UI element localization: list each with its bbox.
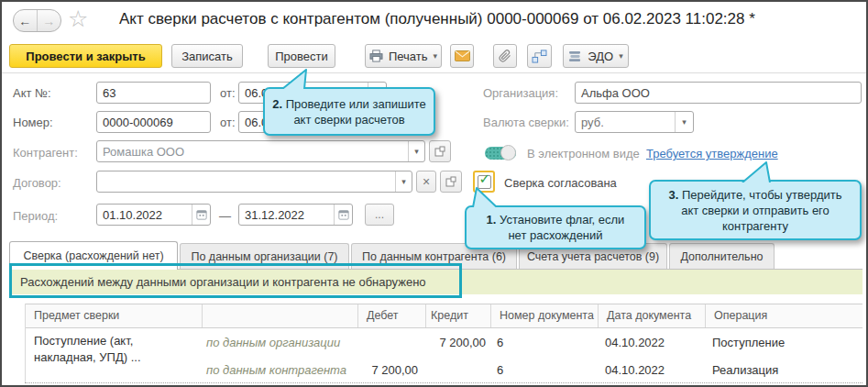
period-to-input[interactable]: 31.12.2022 xyxy=(238,204,353,226)
cell-side-org[interactable]: по данным организации xyxy=(206,336,340,349)
reconciliation-act-window: ← → ☆ Акт сверки расчетов с контрагентом… xyxy=(0,0,868,387)
act-number-input[interactable]: 63 xyxy=(96,82,211,104)
period-to-calendar-button[interactable] xyxy=(334,205,352,225)
cell-subject[interactable]: Поступление (акт, накладная, УПД) ... xyxy=(34,333,190,366)
number-from-label: от: xyxy=(220,116,236,129)
open-form-icon xyxy=(445,176,456,187)
send-email-button[interactable] xyxy=(450,44,474,68)
period-from-input[interactable]: 01.10.2022 xyxy=(96,204,211,226)
cell-side-cp[interactable]: по данным контрагента xyxy=(206,363,346,377)
act-number-value: 63 xyxy=(103,86,210,100)
cell-debit-cp[interactable]: 7 200,00 xyxy=(359,363,418,377)
callout-step-1: 1. Установите флаг, если нет расхождений xyxy=(465,205,646,249)
paperclip-icon xyxy=(499,50,511,62)
contract-input[interactable]: ▾ xyxy=(96,171,412,193)
edo-caret-icon: ▾ xyxy=(619,51,623,61)
print-button[interactable]: Печать ▾ xyxy=(365,44,442,68)
write-button[interactable]: Записать xyxy=(171,44,243,68)
favorite-star-icon[interactable]: ☆ xyxy=(68,6,88,32)
counterparty-input[interactable]: Ромашка ООО ▾ xyxy=(96,140,425,162)
callout-1-tail xyxy=(471,187,499,207)
row-separator xyxy=(25,382,863,383)
col-header-doc-date[interactable]: Дата документа xyxy=(607,309,691,322)
printer-icon xyxy=(369,50,383,62)
open-form-icon xyxy=(434,146,445,157)
page-title: Акт сверки расчетов с контрагентом (полу… xyxy=(119,10,755,28)
cell-credit-org[interactable]: 7 200,00 xyxy=(427,336,486,349)
tab-additional[interactable]: Дополнительно xyxy=(669,243,775,269)
cell-doc-date-org[interactable]: 04.10.2022 xyxy=(605,336,665,349)
back-arrow-icon: ← xyxy=(18,14,31,28)
callout-3-tail xyxy=(741,161,772,182)
period-to-value: 31.12.2022 xyxy=(245,208,334,222)
structure-icon xyxy=(532,50,547,63)
envelope-icon xyxy=(455,50,470,61)
tab-label: Счета учета расчетов (9) xyxy=(527,250,659,263)
print-caret-icon: ▾ xyxy=(434,51,438,61)
cell-doc-date-cp[interactable]: 04.10.2022 xyxy=(605,363,665,377)
tab-label: По данным организации (7) xyxy=(191,250,337,263)
period-from-value: 01.10.2022 xyxy=(103,208,192,222)
cell-doc-no-org[interactable]: 6 xyxy=(497,336,503,349)
cell-operation-org[interactable]: Поступление xyxy=(712,336,785,349)
ellipsis-icon: ... xyxy=(375,208,384,221)
forward-arrow-icon: → xyxy=(42,14,55,28)
contract-label: Договор: xyxy=(13,176,61,190)
contract-open-button[interactable] xyxy=(440,171,462,193)
electronic-label: В электронном виде xyxy=(527,147,640,160)
callout-number: 1. xyxy=(487,213,497,227)
counterparty-open-button[interactable] xyxy=(429,140,451,162)
write-label: Записать xyxy=(181,50,233,63)
calendar-icon xyxy=(196,209,207,220)
forward-button[interactable]: → xyxy=(38,10,61,31)
approval-required-link[interactable]: Требуется утверждение xyxy=(646,147,778,160)
currency-value: руб. xyxy=(581,116,675,129)
toolbar-separator xyxy=(2,72,866,73)
cell-operation-cp[interactable]: Реализация xyxy=(712,363,778,377)
organization-input[interactable]: Альфа ООО xyxy=(575,82,862,104)
column-divider xyxy=(357,304,358,327)
col-header-subject[interactable]: Предмет сверки xyxy=(34,309,119,322)
post-button[interactable]: Провести xyxy=(268,44,335,68)
back-button[interactable]: ← xyxy=(14,10,38,31)
attachments-button[interactable] xyxy=(493,44,517,68)
tab-label: Дополнительно xyxy=(681,250,764,263)
col-header-debit[interactable]: Дебет xyxy=(367,309,399,322)
edo-label: ЭДО xyxy=(588,50,613,63)
callout-text: Установите флаг, если нет расхождений xyxy=(496,213,624,242)
cell-doc-no-cp[interactable]: 6 xyxy=(497,363,503,377)
close-icon: × xyxy=(423,174,430,189)
number-value: 0000-000069 xyxy=(103,116,210,129)
table-left-border xyxy=(25,304,26,383)
highlight-annotation-box xyxy=(9,263,462,298)
period-label: Период: xyxy=(13,209,58,223)
col-header-credit[interactable]: Кредит xyxy=(431,309,468,322)
currency-select[interactable]: руб. ▾ xyxy=(575,111,694,133)
contract-clear-button[interactable]: × xyxy=(416,171,436,193)
callout-number: 3. xyxy=(668,188,678,202)
currency-label: Валюта сверки: xyxy=(483,116,569,129)
period-from-calendar-button[interactable] xyxy=(192,205,210,225)
post-and-close-label: Провести и закрыть xyxy=(26,50,145,63)
column-divider xyxy=(490,304,491,327)
callout-text: Перейдите, чтобы утвердить акт сверки и … xyxy=(678,188,841,233)
nav-history-group: ← → xyxy=(13,9,61,32)
agreed-checkbox-label[interactable]: Сверка согласована xyxy=(504,176,617,190)
counterparty-caret-icon[interactable]: ▾ xyxy=(408,141,424,161)
post-and-close-button[interactable]: Провести и закрыть xyxy=(9,44,162,68)
number-label: Номер: xyxy=(13,116,53,129)
col-header-operation[interactable]: Операция xyxy=(714,309,767,322)
contract-caret-icon[interactable]: ▾ xyxy=(395,171,412,192)
related-documents-button[interactable] xyxy=(527,44,552,68)
callout-step-2: 2. Проведите или запишите акт сверки рас… xyxy=(263,87,435,136)
period-more-button[interactable]: ... xyxy=(365,204,394,226)
tab-label: По данным контрагента (6) xyxy=(362,250,506,263)
col-header-doc-no[interactable]: Номер документа xyxy=(500,309,594,322)
number-input[interactable]: 0000-000069 xyxy=(96,111,211,133)
calendar-icon xyxy=(338,209,349,220)
electronic-toggle-knob[interactable] xyxy=(500,145,516,160)
callout-step-3: 3. Перейдите, чтобы утвердить акт сверки… xyxy=(649,180,862,240)
currency-caret-icon[interactable]: ▾ xyxy=(675,112,693,132)
edo-button[interactable]: ЭДО ▾ xyxy=(563,44,629,68)
callout-2-tail xyxy=(279,69,310,89)
